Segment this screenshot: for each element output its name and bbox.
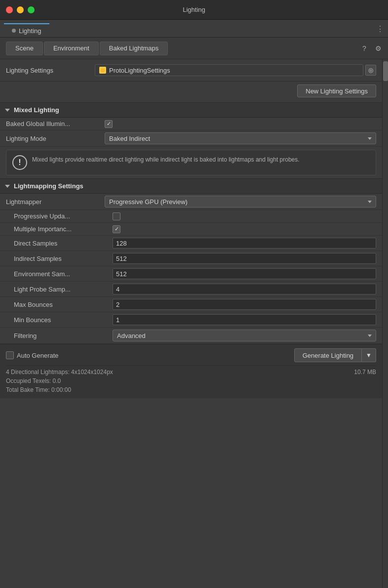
- main-content: Lighting Settings 🔆 ProtoLightingSetting…: [0, 59, 388, 588]
- window-controls[interactable]: [6, 6, 35, 13]
- max-bounces-input[interactable]: [113, 299, 376, 310]
- filtering-row: Filtering Advanced: [0, 328, 382, 344]
- baked-gi-row: Baked Global Illumin...: [0, 118, 382, 130]
- auto-generate-label: Auto Generate: [17, 352, 59, 359]
- asset-pick-button[interactable]: ◎: [365, 65, 376, 76]
- progressive-update-label: Progressive Upda...: [14, 212, 113, 220]
- info-text: Mixed lights provide realtime direct lig…: [32, 155, 300, 164]
- lighting-settings-value: 🔆 ProtoLightingSettings ◎: [95, 64, 376, 76]
- indirect-samples-input[interactable]: [113, 253, 376, 264]
- lighting-mode-dropdown[interactable]: Baked Indirect: [105, 132, 376, 144]
- new-lighting-settings-button[interactable]: New Lighting Settings: [297, 84, 376, 97]
- tab-dot-icon: [12, 29, 16, 33]
- baked-gi-checkbox[interactable]: [105, 120, 113, 128]
- new-lighting-btn-row: New Lighting Settings: [0, 82, 382, 103]
- collapse-arrow-icon: [5, 109, 10, 112]
- lightmapping-settings-title: Lightmapping Settings: [14, 182, 83, 190]
- direct-samples-label: Direct Samples: [14, 240, 113, 247]
- maximize-button[interactable]: [28, 6, 35, 13]
- lightmapper-row: Lightmapper Progressive GPU (Preview): [0, 194, 382, 210]
- light-probe-samples-value: [113, 284, 376, 294]
- minimize-button[interactable]: [17, 6, 24, 13]
- generate-dropdown-arrow-icon: ▼: [366, 352, 372, 359]
- tab-baked-lightmaps[interactable]: Baked Lightmaps: [100, 42, 168, 55]
- tabbar: Lighting ⋮: [0, 20, 388, 38]
- lightmapper-value: Progressive GPU (Preview): [105, 196, 376, 208]
- light-probe-samples-input[interactable]: [113, 284, 376, 294]
- light-probe-samples-label: Light Probe Samp...: [14, 286, 113, 293]
- lightmapping-collapse-arrow-icon: [5, 185, 10, 188]
- lightmap-status-text: 4 Directional Lightmaps: 4x1024x1024px: [6, 369, 113, 376]
- dropdown-arrow-icon: [368, 137, 372, 140]
- indirect-samples-row: Indirect Samples: [0, 251, 382, 266]
- asset-icon: 🔆: [99, 67, 106, 74]
- filtering-label: Filtering: [14, 332, 113, 339]
- multiple-importance-row: Multiple Importanc...: [0, 223, 382, 236]
- direct-samples-value: [113, 238, 376, 249]
- toolbar: Scene Environment Baked Lightmaps ? ⚙: [0, 38, 388, 59]
- lightmapper-dropdown-arrow-icon: [368, 201, 372, 203]
- status-row: 4 Directional Lightmaps: 4x1024x1024px 1…: [6, 365, 376, 377]
- environment-samples-row: Environment Sam...: [0, 266, 382, 282]
- environment-samples-value: [113, 268, 376, 279]
- progressive-update-value: [113, 212, 376, 220]
- mixed-lighting-title: Mixed Lighting: [14, 106, 59, 114]
- tab-environment[interactable]: Environment: [44, 42, 99, 55]
- generate-lighting-button[interactable]: Generate Lighting: [294, 348, 362, 362]
- multiple-importance-value: [113, 225, 376, 233]
- main-tab-lighting[interactable]: Lighting: [4, 23, 49, 37]
- direct-samples-input[interactable]: [113, 238, 376, 249]
- help-icon[interactable]: ?: [358, 42, 370, 54]
- min-bounces-input[interactable]: [113, 314, 376, 325]
- scrollbar-track[interactable]: [382, 59, 388, 588]
- progressive-update-row: Progressive Upda...: [0, 210, 382, 223]
- multiple-importance-label: Multiple Importanc...: [14, 225, 113, 233]
- lighting-settings-label: Lighting Settings: [6, 67, 95, 74]
- lightmapping-settings-header[interactable]: Lightmapping Settings: [0, 179, 382, 194]
- mixed-lighting-header[interactable]: Mixed Lighting: [0, 103, 382, 118]
- environment-samples-input[interactable]: [113, 268, 376, 279]
- max-bounces-row: Max Bounces: [0, 297, 382, 312]
- bottom-bar-controls: Auto Generate Generate Lighting ▼: [6, 348, 376, 362]
- filtering-dropdown[interactable]: Advanced: [113, 330, 376, 341]
- toolbar-icons: ? ⚙: [358, 42, 384, 54]
- occupied-texels-text: Occupied Texels: 0.0: [6, 378, 61, 384]
- lightmapper-label: Lightmapper: [6, 198, 105, 206]
- baked-gi-label: Baked Global Illumin...: [6, 120, 105, 127]
- lighting-mode-info-box: ! Mixed lights provide realtime direct l…: [6, 150, 376, 175]
- close-button[interactable]: [6, 6, 13, 13]
- direct-samples-row: Direct Samples: [0, 236, 382, 251]
- tab-label: Lighting: [19, 27, 41, 35]
- light-probe-samples-row: Light Probe Samp...: [0, 282, 382, 297]
- tab-menu-button[interactable]: ⋮: [376, 24, 384, 33]
- filtering-dropdown-arrow-icon: [368, 335, 372, 337]
- lighting-mode-value: Baked Indirect: [105, 132, 376, 144]
- environment-samples-label: Environment Sam...: [14, 270, 113, 278]
- content-area: Lighting Settings 🔆 ProtoLightingSetting…: [0, 59, 382, 588]
- settings-icon[interactable]: ⚙: [372, 42, 384, 54]
- indirect-samples-value: [113, 253, 376, 264]
- lighting-mode-label: Lighting Mode: [6, 135, 105, 142]
- scrollbar-thumb[interactable]: [383, 61, 388, 81]
- min-bounces-row: Min Bounces: [0, 312, 382, 328]
- progressive-update-checkbox[interactable]: [113, 212, 120, 220]
- lighting-mode-row: Lighting Mode Baked Indirect: [0, 130, 382, 147]
- bake-time-row: Total Bake Time: 0:00:00: [6, 385, 376, 394]
- info-icon: !: [12, 155, 27, 170]
- filtering-value: Advanced: [113, 330, 376, 341]
- generate-dropdown-button[interactable]: ▼: [362, 348, 376, 362]
- max-bounces-value: [113, 299, 376, 310]
- titlebar: Lighting: [0, 0, 388, 20]
- lightmapper-dropdown[interactable]: Progressive GPU (Preview): [105, 196, 376, 208]
- baked-gi-value: [105, 120, 376, 128]
- multiple-importance-checkbox[interactable]: [113, 225, 120, 233]
- bake-time-text: Total Bake Time: 0:00:00: [6, 386, 71, 393]
- asset-field[interactable]: 🔆 ProtoLightingSettings: [95, 64, 363, 76]
- tab-scene[interactable]: Scene: [6, 42, 43, 55]
- max-bounces-label: Max Bounces: [14, 301, 113, 308]
- lighting-settings-row: Lighting Settings 🔆 ProtoLightingSetting…: [0, 59, 382, 82]
- asset-name: ProtoLightingSettings: [109, 67, 170, 74]
- bottom-bar: Auto Generate Generate Lighting ▼ 4 Dire…: [0, 344, 382, 398]
- occupied-texels-row: Occupied Texels: 0.0: [6, 377, 376, 385]
- auto-generate-checkbox[interactable]: [6, 351, 14, 359]
